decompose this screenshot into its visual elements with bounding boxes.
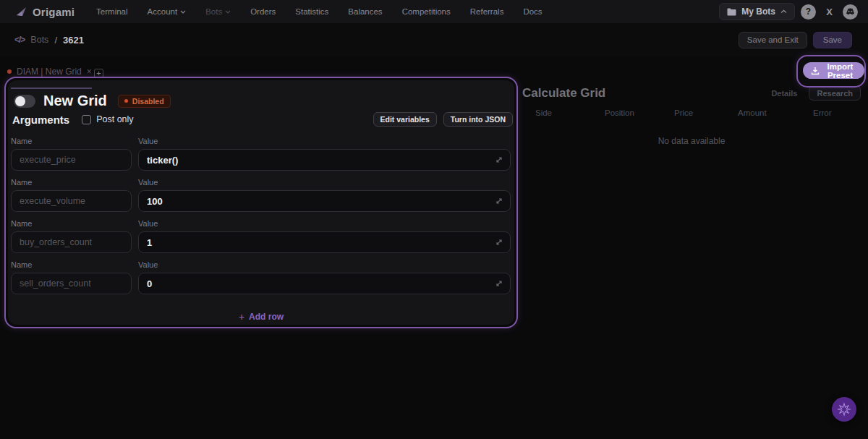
value-label: Value [138,178,511,187]
grid-column-price: Price [674,108,738,117]
brand-name: Origami [33,6,75,18]
add-row-button[interactable]: + Add row [239,311,284,323]
calculate-grid-buttons: Details Research [765,85,861,101]
bot-enabled-toggle[interactable] [14,95,35,108]
help-icon[interactable]: ? [801,4,816,20]
nav-item-label: Competitions [402,7,451,16]
tab-diam-new-grid[interactable]: DIAM | New Grid × [7,67,92,77]
argument-value-input[interactable] [138,273,511,294]
import-preset-button[interactable]: Import Preset [803,62,864,79]
expand-editor-icon[interactable] [494,237,504,247]
origami-logo-icon [16,6,27,17]
chevron-down-icon [180,10,186,14]
toolbar: </> Bots / 3621 Save and Exit Save [0,23,868,56]
save-and-exit-button[interactable]: Save and Exit [739,32,807,48]
value-input-wrap [138,149,511,171]
panel-header: New Grid Disabled [14,93,171,109]
post-only-checkbox[interactable] [82,115,91,124]
nav-item-balances[interactable]: Balances [348,7,382,16]
value-label: Value [138,219,511,228]
grid-column-side: Side [535,108,605,117]
grid-empty-state: No data available [522,136,861,146]
argument-name-input[interactable] [11,231,132,253]
add-row-container: + Add row [8,310,514,323]
nav-item-label: Docs [523,7,542,16]
brand[interactable]: Origami [16,6,75,18]
grid-column-position: Position [605,108,674,117]
tab-title: DIAM | New Grid [17,67,82,77]
my-bots-button[interactable]: My Bots [719,3,795,20]
plus-icon: + [239,311,244,323]
edit-variables-button[interactable]: Edit variables [373,112,437,127]
top-navigation-bar: Origami TerminalAccountBotsOrdersStatist… [0,0,868,23]
turn-into-json-button[interactable]: Turn into JSON [443,112,513,127]
import-preset-highlight-ring: Import Preset [796,55,866,88]
argument-value-input[interactable] [138,190,511,212]
calculate-grid-title: Calculate Grid [522,86,605,101]
nav-items: TerminalAccountBotsOrdersStatisticsBalan… [96,7,542,16]
research-button[interactable]: Research [809,85,861,101]
value-label: Value [138,260,511,269]
discord-icon[interactable] [843,4,858,20]
breadcrumb: </> Bots / 3621 [14,35,84,46]
grid-column-amount: Amount [738,108,813,117]
argument-row: NameValue [11,137,514,178]
details-button[interactable]: Details [765,85,804,101]
argument-value-input[interactable] [138,231,511,253]
save-button[interactable]: Save [813,32,852,48]
argument-name-field: Name [11,260,132,294]
app-page: Origami TerminalAccountBotsOrdersStatist… [0,0,868,439]
argument-row: NameValue [11,219,514,260]
argument-name-field: Name [11,178,132,212]
download-icon [811,67,820,75]
nav-item-competitions[interactable]: Competitions [402,7,451,16]
calculate-grid-header: Calculate Grid Details Research [522,85,861,101]
nav-item-label: Terminal [96,7,127,16]
argument-name-field: Name [11,219,132,253]
argument-value-field: Value [138,137,511,171]
breadcrumb-bots[interactable]: Bots [30,35,48,45]
argument-row: NameValue [11,260,514,302]
arguments-buttons: Edit variables Turn into JSON [373,112,514,127]
breadcrumb-bot-id: 3621 [63,35,84,46]
argument-rows: NameValueNameValueNameValueNameValue [11,137,514,302]
nav-item-account[interactable]: Account [148,7,187,16]
nav-item-label: Statistics [295,7,328,16]
my-bots-label: My Bots [741,7,775,17]
breadcrumb-separator: / [54,35,57,46]
nav-item-bots[interactable]: Bots [205,7,231,16]
bot-title: New Grid [43,93,107,109]
name-label: Name [11,178,132,187]
tab-close-icon[interactable]: × [87,67,92,77]
expand-editor-icon[interactable] [494,196,504,206]
add-row-label: Add row [249,312,284,322]
nav-item-referrals[interactable]: Referrals [470,7,504,16]
x-twitter-icon[interactable]: X [822,4,837,20]
argument-name-input[interactable] [11,190,132,212]
expand-editor-icon[interactable] [494,278,504,289]
argument-value-input[interactable] [138,149,511,171]
argument-name-input[interactable] [11,273,132,294]
argument-name-field: Name [11,137,132,171]
nav-item-label: Account [148,7,178,16]
toggle-knob [15,96,25,106]
nav-item-orders[interactable]: Orders [250,7,276,16]
assistant-fab-button[interactable] [832,397,856,422]
code-icon: </> [14,35,25,45]
nav-item-terminal[interactable]: Terminal [96,7,127,16]
active-tab-underline [11,88,92,89]
origami-star-icon [837,402,851,417]
grid-column-error: Error [813,108,861,117]
nav-item-statistics[interactable]: Statistics [295,7,328,16]
argument-name-input[interactable] [11,149,132,171]
chevron-down-icon [225,10,231,14]
argument-value-field: Value [138,178,511,212]
value-input-wrap [138,190,511,212]
nav-item-label: Bots [205,7,222,16]
status-badge: Disabled [118,95,171,108]
nav-item-label: Referrals [470,7,504,16]
nav-item-docs[interactable]: Docs [523,7,542,16]
toolbar-actions: Save and Exit Save [739,32,852,48]
post-only-label: Post only [96,114,133,124]
expand-editor-icon[interactable] [494,155,504,165]
